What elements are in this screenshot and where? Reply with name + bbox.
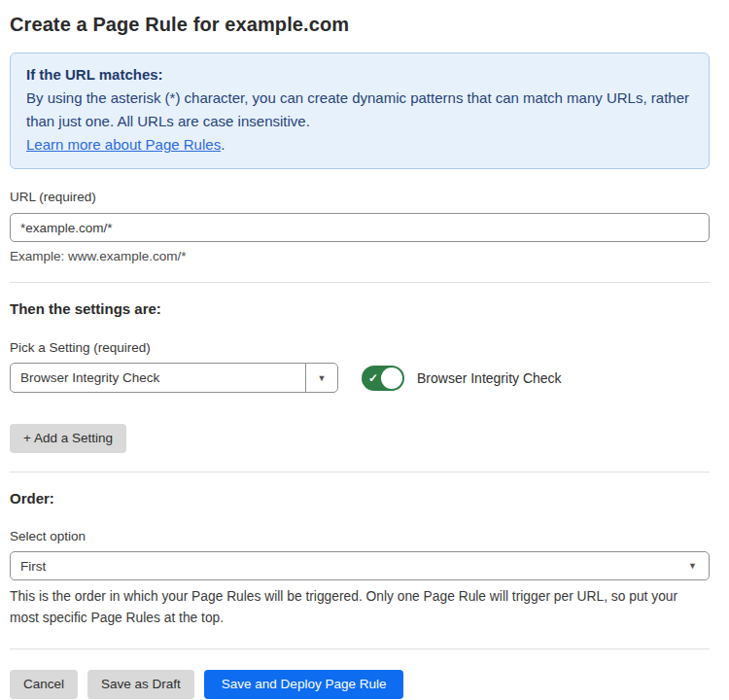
url-example-text: Example: www.example.com/* [10, 249, 710, 263]
pick-setting-label: Pick a Setting (required) [10, 340, 710, 355]
page-title: Create a Page Rule for example.com [10, 14, 710, 36]
setting-row: Browser Integrity Check ▼ ✓ Browser Inte… [10, 363, 710, 393]
browser-integrity-toggle[interactable]: ✓ [362, 366, 404, 391]
info-box-link-line: Learn more about Page Rules. [26, 133, 693, 157]
form-actions: Cancel Save as Draft Save and Deploy Pag… [10, 670, 710, 699]
link-period: . [221, 136, 225, 153]
learn-more-link[interactable]: Learn more about Page Rules [26, 136, 221, 153]
save-as-draft-button[interactable]: Save as Draft [87, 670, 194, 699]
settings-section-heading: Then the settings are: [10, 300, 710, 317]
check-icon: ✓ [368, 372, 378, 384]
url-match-info-box: If the URL matches: By using the asteris… [10, 52, 710, 169]
create-page-rule-panel: Create a Page Rule for example.com If th… [0, 0, 729, 700]
cancel-button[interactable]: Cancel [10, 670, 78, 699]
divider [10, 282, 710, 283]
order-select[interactable]: First ▼ [10, 551, 710, 580]
toggle-label: Browser Integrity Check [417, 370, 562, 386]
add-setting-button[interactable]: + Add a Setting [10, 424, 126, 453]
order-select-label: Select option [10, 529, 710, 543]
toggle-knob [381, 368, 402, 389]
order-section-heading: Order: [10, 490, 710, 507]
order-helper-text: This is the order in which your Page Rul… [10, 586, 710, 630]
divider [10, 648, 710, 649]
url-input[interactable] [10, 213, 710, 242]
chevron-down-icon: ▼ [688, 561, 697, 571]
save-and-deploy-button[interactable]: Save and Deploy Page Rule [204, 670, 404, 699]
order-select-value: First [20, 559, 46, 574]
divider [10, 472, 710, 472]
setting-dropdown[interactable]: Browser Integrity Check ▼ [10, 363, 338, 393]
info-box-body: By using the asterisk (*) character, you… [26, 87, 693, 133]
setting-dropdown-value: Browser Integrity Check [11, 364, 305, 392]
url-field-label: URL (required) [10, 190, 710, 204]
chevron-down-icon[interactable]: ▼ [305, 364, 337, 392]
info-box-heading: If the URL matches: [26, 63, 693, 87]
